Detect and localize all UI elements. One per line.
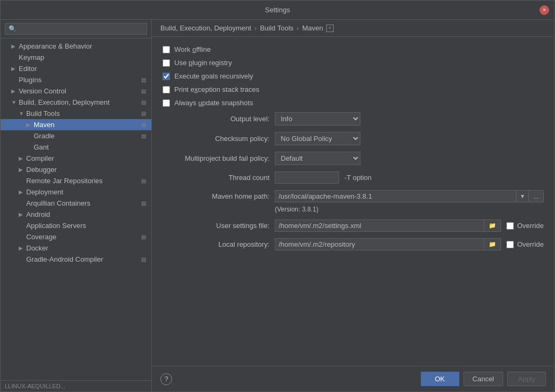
output-level-label: Output level: [163, 115, 269, 123]
expand-arrow: ▶ [19, 167, 26, 173]
settings-dialog: Settings × ▶ Appearance & Behavior Keyma… [0, 0, 555, 392]
maven-home-path-browse-button[interactable]: ... [528, 190, 544, 202]
sidebar-item-label: Coverage [26, 233, 140, 241]
sidebar-item-debugger[interactable]: ▶ Debugger [1, 164, 151, 175]
sidebar-item-app-servers[interactable]: Application Servers [1, 220, 151, 231]
sidebar-item-label: Editor [19, 65, 147, 73]
work-offline-row: Work offline [163, 45, 544, 53]
always-update-checkbox[interactable] [163, 99, 170, 107]
sidebar-item-label: Maven [34, 121, 140, 129]
cancel-button[interactable]: Cancel [464, 372, 503, 386]
expand-arrow: ▶ [19, 189, 26, 195]
main-panel: Build, Execution, Deployment › Build Too… [152, 20, 554, 391]
maven-version-text: (Version: 3.8.1) [163, 206, 544, 213]
settings-icon: ▤ [140, 256, 147, 263]
t-option-label: -T option [344, 174, 372, 182]
checksum-policy-select[interactable]: No Global Policy Strict Lax [275, 132, 360, 145]
user-settings-file-input[interactable] [275, 219, 484, 232]
work-offline-label: Work offline [174, 45, 211, 53]
breadcrumb-part-2: Build Tools [260, 24, 294, 32]
sidebar-item-label: Build, Execution, Deployment [19, 98, 140, 106]
sidebar-item-plugins[interactable]: Plugins ▤ [1, 74, 151, 85]
settings-content: Work offline Use plugin registry Execute… [152, 37, 554, 366]
sidebar-item-compiler[interactable]: ▶ Compiler [1, 153, 151, 164]
local-repository-input[interactable] [275, 238, 484, 250]
help-button[interactable]: ? [160, 373, 172, 385]
sidebar-item-arquillian[interactable]: Arquillian Containers ▤ [1, 198, 151, 209]
status-bar: LLINUX-AEQUILLED... [1, 380, 151, 391]
local-repository-override-container: Override [506, 240, 544, 248]
sidebar-item-build-exec-deploy[interactable]: ▼ Build, Execution, Deployment ▤ [1, 97, 151, 108]
execute-goals-checkbox[interactable] [163, 73, 170, 80]
multiproject-policy-select[interactable]: Default Fail At End Fail Never Fail Fast [275, 152, 360, 165]
sidebar-item-android[interactable]: ▶ Android [1, 209, 151, 220]
thread-count-label: Thread count [163, 174, 269, 182]
sidebar-item-label: Remote Jar Repositories [26, 177, 140, 185]
checksum-policy-label: Checksum policy: [163, 135, 269, 143]
breadcrumb: Build, Execution, Deployment › Build Too… [152, 20, 554, 37]
breadcrumb-part-3: Maven [302, 24, 323, 32]
sidebar-item-keymap[interactable]: Keymap [1, 52, 151, 63]
sidebar-item-editor[interactable]: ▶ Editor [1, 63, 151, 74]
use-plugin-registry-checkbox[interactable] [163, 59, 170, 67]
settings-icon: ▤ [140, 99, 147, 106]
settings-icon: ▤ [140, 88, 147, 95]
breadcrumb-part-1: Build, Execution, Deployment [160, 24, 251, 32]
sidebar-item-label: Gradle [34, 132, 140, 140]
local-repository-browse-button[interactable]: 📁 [484, 238, 501, 250]
settings-icon: ▤ [140, 121, 147, 129]
always-update-row: Always update snapshots [163, 99, 544, 107]
ok-button[interactable]: OK [421, 372, 459, 386]
print-exception-checkbox[interactable] [163, 86, 170, 93]
local-repository-override-checkbox[interactable] [506, 241, 514, 248]
output-level-select[interactable]: Info Debug Error [275, 112, 360, 126]
print-exception-label: Print exception stack traces [174, 85, 259, 93]
expand-arrow: ▼ [11, 99, 19, 105]
apply-button[interactable]: Apply [507, 372, 546, 386]
user-settings-override-checkbox[interactable] [506, 222, 514, 230]
settings-icon: ▤ [140, 200, 147, 207]
sidebar-item-label: Gant [34, 143, 147, 151]
always-update-label: Always update snapshots [174, 99, 253, 107]
user-settings-override-label: Override [517, 222, 544, 230]
sidebar-item-label: Build Tools [26, 109, 140, 117]
multiproject-policy-row: Multiproject build fail policy: Default … [163, 152, 544, 165]
user-settings-file-label: User settings file: [163, 222, 269, 230]
maven-home-path-dropdown-button[interactable]: ▼ [516, 190, 528, 202]
local-repository-container: 📁 [275, 238, 501, 250]
checksum-policy-row: Checksum policy: No Global Policy Strict… [163, 132, 544, 145]
maven-home-path-label: Maven home path: [163, 192, 269, 200]
user-settings-file-row: User settings file: 📁 Override [163, 219, 544, 232]
sidebar-item-gradle[interactable]: Gradle ▤ [1, 130, 151, 142]
sidebar-item-label: Android [26, 210, 147, 218]
expand-arrow: ▶ [11, 43, 19, 49]
title-bar: Settings × [1, 1, 554, 20]
sidebar-item-label: Plugins [19, 76, 140, 84]
sidebar-item-gant[interactable]: Gant [1, 142, 151, 153]
sidebar-item-deployment[interactable]: ▶ Deployment [1, 186, 151, 198]
breadcrumb-menu-icon[interactable]: ≡ [326, 25, 334, 32]
sidebar-item-label: Arquillian Containers [26, 199, 140, 207]
print-exception-row: Print exception stack traces [163, 85, 544, 93]
sidebar-item-coverage[interactable]: Coverage ▤ [1, 231, 151, 242]
sidebar-item-remote-jar[interactable]: Remote Jar Repositories ▤ [1, 175, 151, 186]
search-box [1, 20, 151, 38]
sidebar-item-maven[interactable]: ▶ Maven ▤ [1, 119, 151, 130]
sidebar-item-gradle-android[interactable]: Gradle-Android Compiler ▤ [1, 254, 151, 265]
user-settings-override-container: Override [506, 222, 544, 230]
use-plugin-registry-label: Use plugin registry [174, 59, 232, 67]
work-offline-checkbox[interactable] [163, 46, 170, 53]
search-input[interactable] [5, 23, 147, 35]
local-repository-row: Local repository: 📁 Override [163, 238, 544, 250]
sidebar-item-appearance[interactable]: ▶ Appearance & Behavior [1, 41, 151, 52]
close-button[interactable]: × [539, 5, 549, 15]
thread-count-input[interactable] [275, 171, 339, 184]
sidebar-item-docker[interactable]: ▶ Docker [1, 242, 151, 254]
sidebar-item-build-tools[interactable]: ▼ Build Tools ▤ [1, 108, 151, 119]
expand-arrow: ▶ [11, 88, 19, 94]
sidebar-item-version-control[interactable]: ▶ Version Control ▤ [1, 85, 151, 97]
sidebar-item-label: Appearance & Behavior [19, 42, 147, 50]
user-settings-file-browse-button[interactable]: 📁 [484, 219, 501, 232]
maven-home-path-input[interactable] [275, 190, 516, 202]
expand-arrow: ▼ [19, 111, 26, 116]
